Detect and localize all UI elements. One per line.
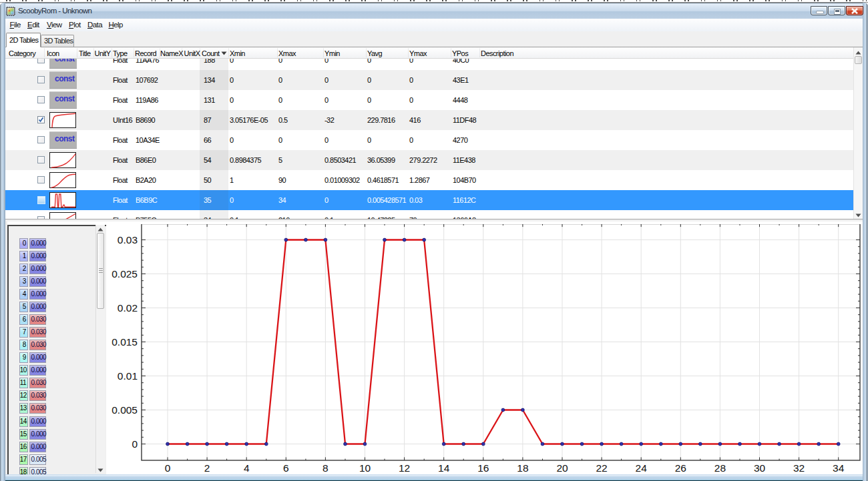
svg-text:0.025: 0.025 [112,268,138,280]
svg-text:32: 32 [793,462,805,474]
svg-text:24: 24 [636,462,648,474]
svg-text:16: 16 [477,462,489,474]
svg-text:0: 0 [132,438,138,450]
svg-text:30: 30 [754,462,766,474]
svg-text:34: 34 [833,462,845,474]
svg-text:0.01: 0.01 [118,370,138,382]
svg-text:0.02: 0.02 [118,302,138,314]
svg-text:28: 28 [714,462,726,474]
svg-text:8: 8 [322,462,329,474]
svg-text:18: 18 [517,462,528,474]
svg-text:12: 12 [399,462,410,474]
svg-text:6: 6 [283,462,289,474]
svg-text:4: 4 [244,462,250,474]
svg-text:14: 14 [438,462,450,474]
svg-text:10: 10 [359,462,371,474]
svg-text:0.015: 0.015 [112,336,138,348]
svg-text:0.005: 0.005 [112,404,138,416]
svg-text:0.03: 0.03 [118,234,138,246]
svg-text:26: 26 [675,462,686,474]
svg-text:22: 22 [596,462,607,474]
svg-text:20: 20 [556,462,568,474]
svg-text:0: 0 [165,462,171,474]
svg-text:2: 2 [204,462,210,474]
